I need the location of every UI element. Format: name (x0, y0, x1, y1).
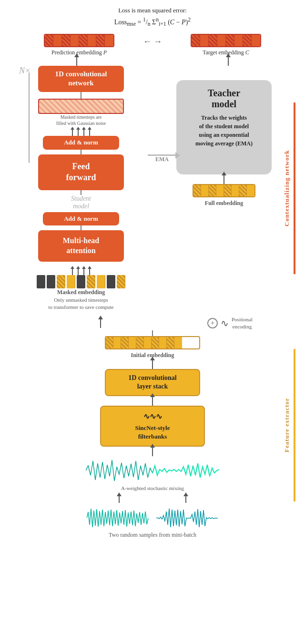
full-embed-cell (201, 185, 209, 197)
positional-row: + ∿ Positionalencoding (52, 316, 253, 331)
add-norm-top-box: Add & norm (43, 136, 119, 150)
embed-cell (88, 35, 96, 47)
embed-cell (200, 35, 209, 47)
arrow-up-small (89, 129, 90, 136)
embed-cell (45, 35, 53, 47)
embed-cell (226, 35, 234, 47)
noise-label: Masked timesteps arefilled with Gaussian… (38, 114, 124, 126)
embed-cell (71, 35, 79, 47)
arrow-up-small (78, 268, 79, 275)
v-line (152, 330, 153, 336)
ema-column: EMA (148, 66, 176, 163)
yellow-cell (97, 275, 105, 288)
pos-enc-group: + ∿ Positionalencoding (207, 316, 253, 331)
top-arrows-row (52, 56, 253, 66)
full-embed-label: Full embedding (205, 199, 243, 207)
arrow-up-small (72, 129, 73, 136)
prediction-embedding-bar (44, 34, 114, 47)
loop-bracket (29, 72, 30, 163)
sample1-waveform (87, 505, 149, 531)
plus-icon: + (207, 318, 218, 328)
arrow-up-small (72, 268, 73, 275)
contextualizing-label-container: Contextualizing network (283, 66, 295, 311)
arrow-sample-left (119, 495, 120, 503)
sinusoid-icon: ∿ (221, 317, 229, 329)
sample1-line (87, 509, 148, 527)
initial-embed-cell (129, 337, 136, 349)
conv1d-top-box: 1D convolutionalnetwork (38, 66, 124, 92)
embed-cell (243, 35, 252, 47)
initial-embed-cell (152, 337, 159, 349)
embed-cell (252, 35, 260, 47)
mixed-waveform-overlay (152, 463, 219, 478)
contextualizing-label: Contextualizing network (283, 102, 295, 274)
arrow-up-target (228, 56, 229, 66)
v-line (81, 225, 81, 230)
loss-section: Loss is mean squared error: Lossmse = 1/… (114, 6, 191, 29)
full-embed-cell (209, 185, 216, 197)
teacher-spacer (184, 148, 264, 167)
embed-cell (105, 35, 113, 47)
diagram-container: Loss is mean squared error: Lossmse = 1/… (0, 0, 305, 644)
masked-embed-sub: Only unmasked timestepsto transformer to… (49, 296, 114, 311)
prediction-embedding-block: Prediction embedding P (44, 34, 114, 56)
dark-cell (77, 275, 85, 288)
yellow-cell (67, 275, 75, 288)
teacher-desc: Tracks the weightsof the student modelus… (184, 113, 264, 148)
mixed-waveform (86, 456, 219, 485)
sincnet-waves-icon: ∿∿∿ (109, 411, 196, 422)
dark-cell (47, 275, 55, 288)
sample2-line (156, 509, 218, 527)
initial-embed-cell (121, 337, 129, 349)
multi-arrow-embed (72, 266, 90, 275)
arrow-up-small (83, 129, 84, 136)
embed-cell (79, 35, 88, 47)
loss-formula: Lossmse = 1/n Σni=1 (C − P)2 (114, 16, 191, 29)
teacher-title: Teachermodel (184, 88, 264, 110)
arrow-pred-up (76, 56, 77, 66)
sincnet-label: SincNet-stylefilterbanks (135, 424, 170, 440)
dark-cell (37, 275, 45, 288)
initial-embed-cell (113, 337, 121, 349)
student-column: N× 1D convolutionalnetwork Masked timest… (14, 66, 148, 311)
arrow-up-sincnet (152, 396, 153, 406)
arrow-up-small (78, 129, 79, 136)
initial-embed-cell (174, 337, 182, 349)
initial-embed-cell (159, 337, 167, 349)
initial-embed-cell (167, 337, 174, 349)
arrow-target-up (228, 56, 229, 66)
full-embed-cell (239, 185, 247, 197)
loss-line1: Loss is mean squared error: (114, 6, 191, 16)
mixed-waveform-svg (86, 456, 219, 485)
multihead-box: Multi-headattention (38, 230, 124, 262)
arrow-sample-right (185, 495, 186, 503)
noise-box (38, 99, 124, 114)
teacher-box: Teachermodel Tracks the weightsof the st… (176, 80, 272, 174)
full-embed-cell (247, 185, 254, 197)
v-line (81, 92, 81, 99)
arrow-right-icon: → (153, 37, 162, 47)
feature-label-container: Feature extractor (283, 311, 295, 539)
ema-label: EMA (155, 156, 169, 163)
yellow-cell (87, 275, 95, 288)
minibatch-label: Two random samples from mini-batch (109, 531, 196, 539)
arrow-up-wave (152, 447, 153, 456)
initial-embed-cell (144, 337, 152, 349)
full-embed-cell (224, 185, 232, 197)
embed-cell (96, 35, 105, 47)
conv1d-stack-box: 1D convolutionallayer stack (105, 369, 200, 396)
target-embedding-block: Target embedding C (191, 34, 261, 56)
prediction-embed-label: Prediction embedding P (51, 49, 107, 56)
target-embedding-bar (191, 34, 261, 47)
full-embed-cell (216, 185, 224, 197)
initial-embed-cell (136, 337, 144, 349)
arrow-up-small (89, 268, 90, 275)
sample2-svg (156, 505, 218, 531)
embed-cell (62, 35, 71, 47)
masked-embed-label: Masked embedding (57, 288, 105, 296)
ema-arrow (148, 154, 176, 156)
arrow-up-initial (100, 318, 101, 328)
yellow-cell (57, 275, 65, 288)
student-model-label: Studentmodel (71, 195, 91, 210)
embed-cell (192, 35, 200, 47)
